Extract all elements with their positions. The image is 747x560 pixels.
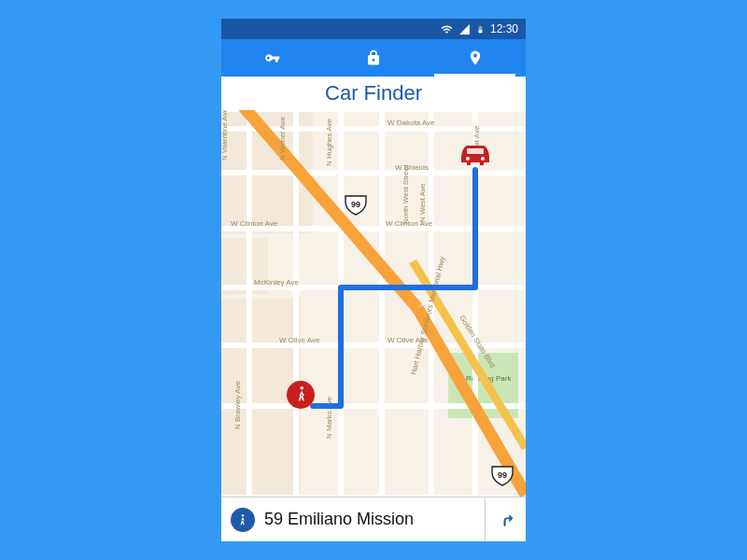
svg-text:W Olive Ave: W Olive Ave [279,336,320,344]
lock-icon [365,49,382,66]
svg-point-44 [242,514,244,516]
walk-chip [231,508,255,532]
map-canvas: Roeding Park [221,110,526,497]
svg-text:99: 99 [351,200,360,209]
wifi-icon [441,23,453,35]
page-title: Car Finder [221,77,526,110]
svg-point-43 [481,157,485,161]
phone-frame: 12:30 Car Finder Roeding Park [221,19,526,541]
status-time: 12:30 [490,22,518,35]
svg-text:W Clinton Ave: W Clinton Ave [231,219,278,228]
svg-text:N Weber Ave: N Weber Ave [278,117,287,161]
navigate-button[interactable] [485,497,526,541]
car-marker [461,146,489,165]
destination-bar: 59 Emiliano Mission [221,497,526,541]
svg-text:McKinley Ave: McKinley Ave [254,278,299,287]
tab-lock[interactable] [323,39,425,77]
key-icon [263,49,280,66]
svg-rect-41 [467,148,484,154]
svg-text:W Dakota Ave: W Dakota Ave [388,119,435,127]
user-marker [287,381,315,409]
svg-point-40 [300,386,303,390]
map-view[interactable]: Roeding Park [221,110,526,497]
svg-text:North West Street: North West Street [402,164,410,224]
tab-location[interactable] [424,39,526,77]
svg-text:N Brawley Ave: N Brawley Ave [233,381,242,429]
svg-text:N West Ave: N West Ave [418,183,427,222]
svg-text:N Marks Ave: N Marks Ave [325,396,333,439]
svg-text:N Valentine Ave: N Valentine Ave [221,110,229,161]
tab-bar [221,39,526,77]
location-icon [467,49,484,66]
svg-point-42 [466,157,470,161]
status-bar: 12:30 [221,19,526,39]
svg-text:N Hughes Ave: N Hughes Ave [325,118,333,166]
destination-info[interactable]: 59 Emiliano Mission [221,508,485,532]
tab-key[interactable] [221,39,323,77]
battery-icon [476,23,485,35]
signal-icon [458,23,471,35]
turn-right-arrow-icon [497,511,515,529]
destination-address: 59 Emiliano Mission [264,510,414,529]
walk-icon [236,513,249,526]
svg-text:W Shields: W Shields [395,163,429,172]
svg-text:99: 99 [498,470,507,480]
